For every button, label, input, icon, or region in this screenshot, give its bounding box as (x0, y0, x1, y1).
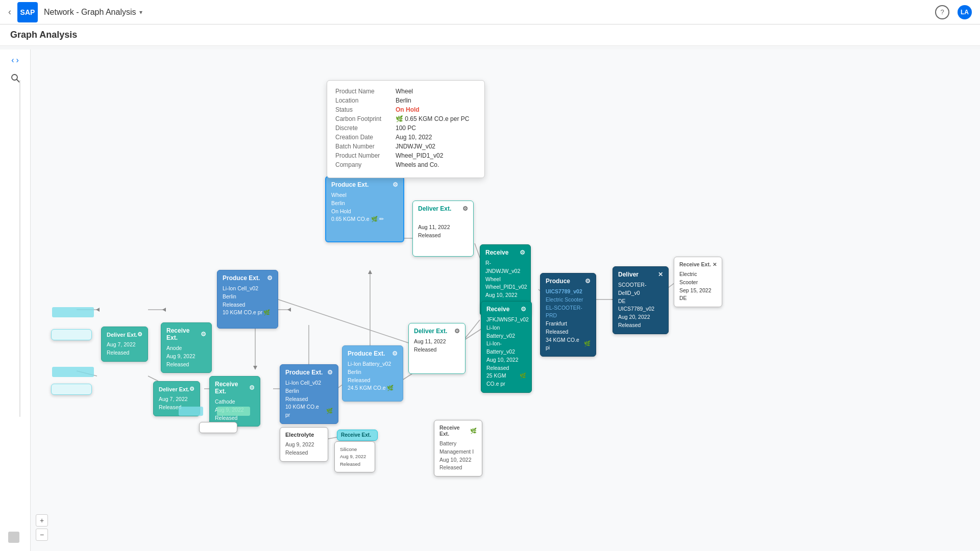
settings-icon[interactable]: ⚙ (267, 274, 273, 282)
page-title: Graph Analysis (10, 30, 77, 40)
nodes-layer: Product Name Wheel Location Berlin Statu… (31, 49, 980, 551)
node-receive-ext-silicone[interactable]: Silicone Aug 9, 2022 Released (334, 441, 375, 472)
page-header: Graph Analysis (0, 24, 980, 46)
node-receive-ext-mini[interactable]: Receive Ext. ✕ Electric Scooter Sep 15, … (674, 257, 722, 307)
app-title: Network - Graph Analysis ▾ (44, 8, 142, 17)
node-deliver[interactable]: Deliver ✕ SCOOTER-DellD_v0 DE UICS7789_v… (612, 266, 669, 334)
nav-arrows[interactable]: ‹ › (11, 56, 19, 65)
co2-icon: 🌿 (371, 215, 378, 223)
bar-cyan-2 (52, 367, 94, 377)
node-produce-ext-wheel[interactable]: Produce Ext. ⚙ Wheel Berlin On Hold 0.65… (325, 176, 404, 242)
node-produce-ext-li2[interactable]: Produce Ext. ⚙ Li-Ion Battery_v02 Berlin… (342, 345, 403, 402)
tooltip-row: Company Wheels and Co. (335, 161, 476, 168)
svg-point-0 (12, 74, 17, 80)
svg-line-1 (17, 80, 19, 82)
node-receive-ext-3[interactable]: Receive Ext. ⚙ Cathode Aug 9, 2022 Relea… (209, 376, 260, 427)
settings-icon[interactable]: ⚙ (137, 331, 142, 338)
sidebar-divider (19, 80, 20, 417)
node-receive-ext-1[interactable]: Receive Ext. ⚙ Anode Aug 9, 2022 Release… (161, 322, 212, 373)
leaf-icon: 🌿 (584, 340, 591, 348)
node-receive-ext-small2[interactable]: Receive Ext. 🌿 Battery Management I Aug … (434, 420, 482, 477)
settings-icon[interactable]: ⚙ (392, 350, 398, 357)
tooltip-row: Product Name Wheel (335, 88, 476, 95)
node-deliver-ext-2[interactable]: Deliver Ext. ⚙ Aug 11, 2022 Released (408, 323, 465, 374)
topbar-right: ? LA (935, 5, 972, 19)
settings-icon[interactable]: ⚙ (521, 306, 526, 313)
nav-right-icon[interactable]: › (16, 56, 19, 65)
settings-icon[interactable]: ⚙ (454, 328, 460, 335)
node-far-left-1[interactable] (51, 329, 92, 340)
settings-icon[interactable]: ⚙ (189, 386, 194, 392)
chevron-down-icon[interactable]: ▾ (139, 9, 142, 16)
node-deliver-ext-left1[interactable]: Deliver Ext. ⚙ Aug 7, 2022 Released (101, 327, 148, 362)
leaf-icon: 🌿 (470, 428, 477, 434)
edit-icon[interactable]: ✏ (379, 215, 384, 223)
settings-icon[interactable]: ⚙ (201, 331, 206, 338)
node-electrolyte[interactable]: Electrolyte Aug 9, 2022 Released (280, 427, 328, 462)
settings-icon[interactable]: ⚙ (393, 181, 398, 188)
tooltip-card: Product Name Wheel Location Berlin Statu… (327, 80, 485, 178)
left-sidebar: ‹ › (0, 49, 31, 551)
node-produce[interactable]: Produce ⚙ UICS7789_v02 Electric Scooter … (540, 273, 596, 357)
bar-green-1 (217, 407, 250, 416)
user-avatar[interactable]: LA (958, 5, 972, 19)
bar-cyan-1 (52, 307, 94, 317)
settings-icon[interactable]: ⚙ (249, 384, 255, 391)
help-button[interactable]: ? (935, 5, 949, 19)
tooltip-row: Location Berlin (335, 97, 476, 104)
bar-cyan-3 (179, 407, 203, 416)
node-deliver-ext-1[interactable]: Deliver Ext. ⚙ Aug 11, 2022 Released (412, 201, 474, 257)
node-far-left-2[interactable] (51, 384, 92, 395)
node-produce-ext-li1[interactable]: Produce Ext. ⚙ Li-Ion Cell_v02 Berlin Re… (217, 270, 278, 329)
sidebar-scroll-handle[interactable] (8, 532, 19, 543)
tooltip-row: Discrete 100 PC (335, 124, 476, 132)
settings-icon[interactable]: ⚙ (585, 278, 591, 285)
topbar: ‹ SAP Network - Graph Analysis ▾ ? LA (0, 0, 980, 24)
settings-icon[interactable]: ⚙ (520, 249, 525, 256)
tooltip-row: Product Number Wheel_PID1_v02 (335, 152, 476, 159)
graph-canvas: Product Name Wheel Location Berlin Statu… (31, 49, 980, 551)
tooltip-row: Creation Date Aug 10, 2022 (335, 134, 476, 141)
settings-icon[interactable]: ⚙ (462, 205, 468, 212)
close-icon[interactable]: ✕ (713, 262, 717, 267)
node-receive-jfk[interactable]: Receive ⚙ JFKJWNSFJ_v02 Li-Ion Battery_v… (481, 301, 532, 393)
sap-logo: SAP (17, 2, 38, 22)
node-receive-ext-small1[interactable]: Receive Ext. (337, 430, 378, 441)
close-icon[interactable]: ✕ (658, 271, 663, 278)
search-button[interactable] (10, 73, 20, 86)
tooltip-row: Status On Hold (335, 106, 476, 113)
node-produce-ext-li3[interactable]: Produce Ext. ⚙ Li-Ion Cell_v02 Berlin Re… (280, 364, 338, 424)
node-receive-ext-small3[interactable] (199, 422, 237, 433)
settings-icon[interactable]: ⚙ (327, 369, 333, 376)
nav-left-icon[interactable]: ‹ (11, 56, 14, 65)
tooltip-row: Carbon Footprint 🌿 0.65 KGM CO.e per PC (335, 115, 476, 122)
tooltip-row: Batch Number JNDWJW_v02 (335, 143, 476, 150)
back-button[interactable]: ‹ (8, 7, 11, 17)
